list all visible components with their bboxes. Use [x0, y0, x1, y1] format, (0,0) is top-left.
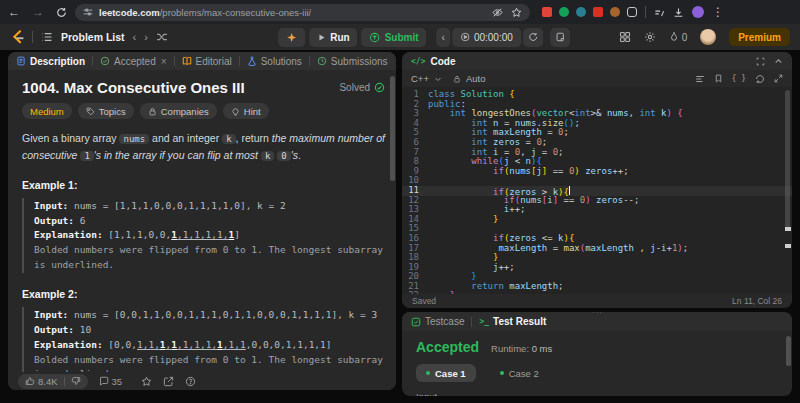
- case-2-button[interactable]: Case 2: [490, 364, 549, 382]
- layout-icon[interactable]: [619, 31, 631, 43]
- code-line[interactable]: 9 if(nums[j] == 0) zeros++;: [402, 167, 792, 177]
- terminal-icon: >_: [479, 317, 489, 326]
- vote-group: 8.4K: [18, 374, 88, 389]
- badge-row: Medium Topics Companies Hint: [22, 103, 385, 119]
- tab-description[interactable]: Description: [16, 56, 85, 67]
- cursor-position[interactable]: Ln 11, Col 26: [732, 296, 782, 306]
- testcase-scrollbar[interactable]: [786, 336, 791, 366]
- prev-problem-icon[interactable]: ‹: [133, 31, 137, 43]
- kebab-menu-icon[interactable]: ⋮: [712, 5, 720, 19]
- description-scrollbar[interactable]: [390, 76, 395, 181]
- download-icon[interactable]: [673, 7, 684, 18]
- case-1-button[interactable]: Case 1: [416, 364, 476, 382]
- problem-list-label[interactable]: Problem List: [61, 31, 125, 43]
- favorite-star-button[interactable]: [141, 376, 152, 387]
- next-problem-icon[interactable]: ›: [144, 31, 148, 43]
- timer[interactable]: 00:00:00: [452, 28, 521, 47]
- eye-off-icon[interactable]: [492, 7, 503, 18]
- reset-code-icon[interactable]: [755, 74, 765, 84]
- site-settings-icon[interactable]: [83, 7, 93, 17]
- problem-list-icon[interactable]: [41, 31, 53, 43]
- code-line[interactable]: 14 }: [402, 215, 792, 225]
- braces-icon[interactable]: { }: [732, 74, 746, 83]
- user-avatar[interactable]: [700, 29, 716, 45]
- extension-icon[interactable]: [559, 7, 569, 17]
- timer-reset-icon[interactable]: [523, 28, 543, 47]
- editor-scrollbar[interactable]: [785, 90, 790, 230]
- comments-button[interactable]: 35: [99, 376, 123, 387]
- example-1-heading: Example 1:: [22, 179, 385, 191]
- reload-icon[interactable]: [56, 7, 67, 18]
- like-button[interactable]: 8.4K: [25, 376, 58, 387]
- gear-icon[interactable]: [644, 31, 656, 43]
- code-line[interactable]: 21 return maxLength;: [402, 282, 792, 292]
- auto-lock-icon: [453, 75, 461, 83]
- close-tab-icon[interactable]: ×: [161, 56, 167, 67]
- editorial-icon: [182, 56, 192, 66]
- difficulty-badge[interactable]: Medium: [22, 103, 72, 119]
- browser-avatar[interactable]: [692, 6, 704, 18]
- collapse-panel-icon[interactable]: [774, 57, 783, 66]
- description-panel: Description Accepted × Editorial Solutio…: [8, 52, 396, 390]
- solved-status: Solved: [339, 82, 385, 93]
- code-panel-title: Code: [430, 56, 455, 67]
- testcase-check-icon: [411, 317, 421, 327]
- forward-icon[interactable]: →: [32, 5, 48, 19]
- profile-icon[interactable]: [654, 7, 665, 18]
- debug-sparkle-button[interactable]: [278, 28, 305, 47]
- divider: [92, 56, 93, 66]
- testcase-panel: Testcase >_ Test Result Accepted Runtime…: [402, 312, 792, 396]
- address-bar[interactable]: leetcode.com/problems/max-consecutive-on…: [75, 4, 530, 21]
- panel-resize-handle[interactable]: ···: [592, 308, 603, 317]
- collapse-timer-icon[interactable]: ‹: [437, 28, 450, 47]
- extension-icon[interactable]: [593, 7, 603, 17]
- shuffle-icon[interactable]: [156, 31, 168, 43]
- divider: [645, 6, 646, 18]
- tab-solutions[interactable]: Solutions: [247, 56, 302, 67]
- lock-icon: [148, 107, 157, 116]
- notes-icon[interactable]: [550, 28, 570, 47]
- back-icon[interactable]: ←: [8, 5, 24, 19]
- dislike-button[interactable]: [71, 376, 81, 386]
- solutions-icon: [247, 56, 257, 66]
- divider: [471, 317, 472, 327]
- submit-button[interactable]: Submit: [362, 28, 427, 47]
- premium-button[interactable]: Premium: [729, 28, 790, 46]
- run-button[interactable]: Run: [309, 28, 357, 47]
- hint-badge[interactable]: Hint: [223, 103, 269, 119]
- code-line[interactable]: 10: [402, 176, 792, 186]
- browser-chrome: ← → leetcode.com/problems/max-consecutiv…: [0, 0, 800, 24]
- share-button[interactable]: [163, 376, 174, 387]
- case-passed-dot: [500, 371, 504, 375]
- description-tabbar: Description Accepted × Editorial Solutio…: [8, 52, 396, 70]
- fullscreen-icon[interactable]: [774, 74, 783, 83]
- bookmark-star-icon[interactable]: [511, 7, 522, 18]
- streak-counter[interactable]: 0: [669, 31, 688, 43]
- companies-badge[interactable]: Companies: [140, 103, 217, 119]
- code-toolbar: C++ Auto { }: [402, 70, 792, 87]
- tab-accepted[interactable]: Accepted ×: [100, 56, 167, 67]
- help-button[interactable]: [185, 376, 196, 387]
- extensions-puzzle-icon[interactable]: [627, 7, 637, 17]
- format-code-icon[interactable]: [695, 74, 705, 84]
- divider: [174, 56, 175, 66]
- extension-icon[interactable]: [576, 7, 586, 17]
- url-text: leetcode.com/problems/max-consecutive-on…: [99, 7, 311, 18]
- code-editor[interactable]: 1class Solution {2public:3 int longestOn…: [402, 87, 792, 294]
- tab-test-result[interactable]: >_ Test Result: [479, 316, 546, 327]
- leetcode-logo[interactable]: [10, 29, 24, 45]
- extension-icon[interactable]: [542, 7, 552, 17]
- problem-title: 1004. Max Consecutive Ones III: [22, 79, 245, 96]
- extension-icon[interactable]: [610, 7, 620, 17]
- auto-toggle[interactable]: Auto: [466, 73, 486, 84]
- tag-icon: [86, 107, 95, 116]
- expand-panel-icon[interactable]: [756, 57, 765, 66]
- bookmark-icon[interactable]: [714, 74, 723, 83]
- topics-badge[interactable]: Topics: [78, 103, 134, 119]
- description-footer: 8.4K 35: [8, 372, 396, 390]
- problem-content: 1004. Max Consecutive Ones III Solved Me…: [8, 70, 391, 372]
- language-selector[interactable]: C++: [411, 73, 429, 84]
- tab-submissions[interactable]: Submissions: [317, 56, 388, 67]
- tab-testcase[interactable]: Testcase: [411, 316, 464, 327]
- tab-editorial[interactable]: Editorial: [182, 56, 232, 67]
